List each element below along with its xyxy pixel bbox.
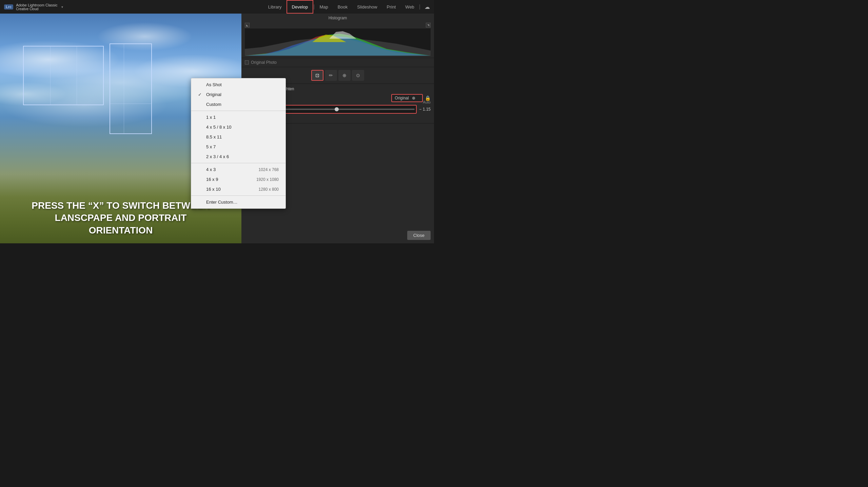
dropdown-item-16x9[interactable]: ✓16 x 91920 x 1080 <box>191 174 285 184</box>
dropdown-item-value: 1280 x 800 <box>259 187 279 192</box>
auto-label: Auto <box>423 100 431 104</box>
dropdown-separator-3 <box>191 111 285 111</box>
dropdown-item-custom[interactable]: ✓Custom <box>191 99 285 109</box>
dropdown-item-label: Enter Custom… <box>206 200 279 205</box>
nav-slideshow[interactable]: Slideshow <box>352 0 382 14</box>
histogram-controls: ◣ ◥ <box>245 22 431 29</box>
nav-print[interactable]: Print <box>382 0 401 14</box>
aspect-dropdown-value: Original <box>395 96 409 100</box>
filter-tool-button[interactable]: ⊙ <box>352 70 364 81</box>
check-mark-icon: ✓ <box>198 92 203 97</box>
nav-develop[interactable]: Develop <box>287 0 314 14</box>
nav-book[interactable]: Book <box>333 0 353 14</box>
dropdown-item-label: 2 x 3 / 4 x 6 <box>206 154 279 159</box>
dropdown-item-label: As Shot <box>206 82 279 87</box>
dropdown-item-label: 16 x 10 <box>206 187 255 192</box>
heal-tool-button[interactable]: ✏ <box>325 70 337 81</box>
original-photo-label: Original Photo <box>251 60 277 65</box>
crop-tool-button[interactable]: ⊡ <box>311 70 323 81</box>
dropdown-item-label: 8.5 x 11 <box>206 134 279 139</box>
dropdown-item-4x3[interactable]: ✓4 x 31024 x 768 <box>191 165 285 174</box>
histogram-canvas <box>245 29 431 56</box>
aspect-dropdown-menu: ✓As Shot✓Original✓Custom✓1 x 1✓4 x 5 / 8… <box>191 78 286 209</box>
dropdown-arrow-icon[interactable]: ▾ <box>61 5 63 9</box>
cloud-icon[interactable]: ☁ <box>420 4 434 10</box>
dropdown-item-label: 16 x 9 <box>206 177 253 182</box>
nav-web[interactable]: Web <box>400 0 419 14</box>
aspect-dropdown[interactable]: Original ⊕ <box>391 94 423 102</box>
dropdown-separator-9 <box>191 163 285 163</box>
dropdown-item-8.5x11[interactable]: ✓8.5 x 11 <box>191 132 285 142</box>
app-logo: Lrc Adobe Lightroom Classic Creative Clo… <box>0 3 67 11</box>
overlay-line2: LANSCPAPE AND PORTRAIT <box>7 212 235 224</box>
nav-links: Library Develop | Map Book Slideshow Pri… <box>263 0 434 14</box>
crop-overlay-landscape[interactable] <box>23 46 104 105</box>
dropdown-item-value: 1024 x 768 <box>259 167 279 172</box>
crop-overlay-portrait[interactable] <box>110 43 152 134</box>
angle-value: − 1.15 <box>419 107 431 112</box>
histogram-highlight-clip[interactable]: ◥ <box>426 23 431 27</box>
dropdown-item-label: 1 x 1 <box>206 115 279 120</box>
dropdown-item-label: 5 x 7 <box>206 144 279 149</box>
histogram-title: Histogram <box>245 16 431 20</box>
nav-map[interactable]: Map <box>315 0 333 14</box>
aspect-dropdown-arrow-icon: ⊕ <box>412 96 415 100</box>
close-button[interactable]: Close <box>407 231 431 240</box>
dropdown-separator-13 <box>191 195 285 196</box>
original-photo-checkbox[interactable] <box>245 60 249 64</box>
dropdown-item-entercustom…[interactable]: ✓Enter Custom… <box>191 197 285 207</box>
dropdown-item-5x7[interactable]: ✓5 x 7 <box>191 142 285 152</box>
dropdown-item-2x3/4x6[interactable]: ✓2 x 3 / 4 x 6 <box>191 152 285 162</box>
histogram-section: Histogram ◣ ◥ <box>241 14 434 58</box>
histogram-shadow-clip[interactable]: ◣ <box>245 23 250 27</box>
app-badge: Lrc <box>4 4 13 10</box>
dropdown-item-original[interactable]: ✓Original <box>191 90 285 99</box>
dropdown-item-asshot[interactable]: ✓As Shot <box>191 80 285 90</box>
dropdown-item-16x10[interactable]: ✓16 x 101280 x 800 <box>191 184 285 194</box>
nav-library[interactable]: Library <box>263 0 287 14</box>
histogram-svg <box>245 29 431 56</box>
app-name: Adobe Lightroom Classic Creative Cloud <box>16 3 57 11</box>
dropdown-item-label: Custom <box>206 102 279 107</box>
top-navigation: Lrc Adobe Lightroom Classic Creative Clo… <box>0 0 434 14</box>
dropdown-item-label: 4 x 3 <box>206 167 255 172</box>
original-photo-row: Original Photo <box>241 58 434 67</box>
dropdown-item-4x5/8x10[interactable]: ✓4 x 5 / 8 x 10 <box>191 122 285 132</box>
redeye-tool-button[interactable]: ⊕ <box>338 70 351 81</box>
dropdown-item-value: 1920 x 1080 <box>256 177 279 182</box>
overlay-line3: ORIENTATION <box>7 224 235 237</box>
dropdown-item-1x1[interactable]: ✓1 x 1 <box>191 112 285 122</box>
dropdown-item-label: Original <box>206 92 279 97</box>
dropdown-item-label: 4 x 5 / 8 x 10 <box>206 125 279 130</box>
